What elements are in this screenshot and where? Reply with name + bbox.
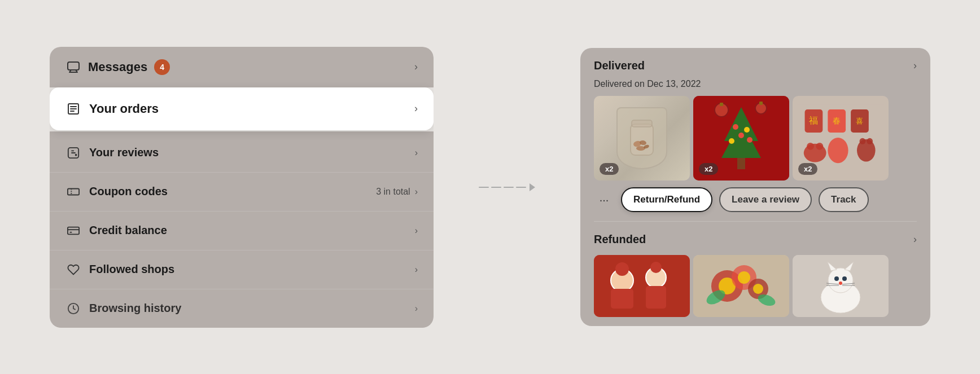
credit-icon	[65, 223, 81, 239]
svg-point-64	[828, 268, 853, 293]
sidebar-item-coupons[interactable]: Coupon codes 3 in total ›	[50, 173, 434, 212]
svg-point-44	[860, 138, 866, 144]
reviews-label: Your reviews	[89, 146, 159, 159]
reviews-chevron-icon: ›	[415, 148, 418, 158]
sidebar-item-followed[interactable]: Followed shops ›	[50, 250, 434, 289]
sidebar-item-history[interactable]: Browsing history ›	[50, 289, 434, 328]
messages-row-left: Messages 4	[65, 59, 170, 75]
svg-rect-7	[68, 188, 79, 195]
orders-label: Your orders	[89, 102, 159, 116]
messages-icon	[65, 59, 81, 75]
track-button[interactable]: Track	[819, 187, 868, 212]
delivered-header[interactable]: Delivered ›	[580, 48, 930, 77]
refunded-products-row	[580, 250, 930, 326]
svg-point-59	[753, 284, 763, 294]
svg-point-68	[842, 276, 847, 281]
arrow-connector	[467, 183, 546, 191]
svg-point-52	[650, 262, 662, 273]
glass-jar-qty: x2	[600, 163, 619, 175]
svg-point-43	[857, 139, 876, 162]
coupons-icon	[65, 184, 81, 200]
svg-point-23	[733, 124, 738, 130]
sidebar-item-credit[interactable]: Credit balance ›	[50, 212, 434, 250]
svg-point-41	[816, 143, 824, 150]
svg-rect-31	[759, 102, 763, 105]
svg-point-24	[744, 127, 750, 133]
refunded-product-santa	[594, 255, 690, 317]
menu-items-list: Your reviews › Coupon codes	[50, 131, 434, 328]
followed-icon	[65, 262, 81, 278]
messages-badge: 4	[154, 59, 170, 75]
product-glass-jar: x2	[594, 96, 690, 181]
leave-review-button[interactable]: Leave a review	[719, 187, 812, 212]
dash-arrow	[479, 183, 535, 191]
sidebar-item-reviews[interactable]: Your reviews ›	[50, 134, 434, 173]
coupons-count: 3 in total	[376, 187, 410, 197]
svg-text:喜: 喜	[856, 117, 863, 125]
svg-point-49	[615, 262, 629, 276]
product-decorations: 福 春 喜 x2	[793, 96, 889, 181]
products-row: x2	[580, 96, 930, 181]
orders-card[interactable]: Your orders ›	[50, 87, 434, 130]
svg-text:春: 春	[833, 116, 841, 125]
delivery-date: Delivered on Dec 13, 2022	[580, 77, 930, 96]
svg-rect-9	[68, 227, 79, 234]
product-tree: x2	[693, 96, 789, 181]
right-panel: Delivered › Delivered on Dec 13, 2022	[580, 48, 930, 326]
return-refund-button[interactable]: Return/Refund	[621, 187, 712, 212]
tree-qty: x2	[699, 163, 718, 175]
decorations-qty: x2	[798, 163, 817, 175]
orders-card-left: Your orders	[65, 101, 159, 117]
messages-label: Messages	[88, 60, 147, 74]
coupons-chevron-icon: ›	[415, 187, 418, 197]
svg-point-45	[867, 138, 873, 144]
refunded-header[interactable]: Refunded ›	[580, 222, 930, 250]
dash-4	[516, 187, 526, 188]
refunded-product-cat	[793, 255, 889, 317]
delivered-status: Delivered	[594, 59, 645, 72]
svg-point-57	[738, 271, 750, 284]
delivered-chevron-icon: ›	[913, 60, 917, 72]
refunded-product-flowers	[693, 255, 789, 317]
svg-rect-14	[632, 120, 652, 127]
glass-jar-inner	[616, 107, 667, 169]
orders-chevron-icon: ›	[414, 103, 418, 115]
messages-chevron-icon: ›	[414, 61, 418, 73]
dash-1	[479, 187, 489, 188]
reviews-icon	[65, 145, 81, 161]
dash-3	[504, 187, 514, 188]
history-icon	[65, 301, 81, 316]
svg-rect-48	[611, 289, 633, 309]
more-options-button[interactable]: ···	[594, 190, 614, 210]
svg-rect-46	[594, 255, 690, 317]
history-chevron-icon: ›	[415, 303, 418, 314]
left-panel: Messages 4 › Your orders ›	[50, 47, 434, 328]
svg-point-40	[807, 143, 814, 150]
refunded-section: Refunded ›	[580, 222, 930, 326]
svg-point-6	[76, 154, 77, 155]
followed-label: Followed shops	[89, 263, 174, 276]
refunded-status: Refunded	[594, 233, 646, 246]
svg-point-42	[828, 138, 848, 163]
svg-rect-51	[646, 286, 666, 309]
coupons-label: Coupon codes	[89, 185, 168, 198]
svg-rect-29	[720, 103, 723, 106]
svg-text:福: 福	[809, 115, 818, 125]
orders-icon	[65, 101, 81, 117]
svg-point-67	[834, 276, 839, 281]
svg-rect-22	[737, 158, 745, 169]
main-container: Messages 4 › Your orders ›	[50, 47, 930, 328]
refunded-chevron-icon: ›	[913, 234, 917, 245]
svg-point-27	[747, 137, 753, 143]
followed-chevron-icon: ›	[415, 265, 418, 275]
svg-point-25	[738, 133, 744, 138]
actions-row: ··· Return/Refund Leave a review Track	[580, 181, 930, 221]
credit-label: Credit balance	[89, 224, 167, 237]
arrow-head	[530, 183, 535, 191]
dash-2	[491, 187, 501, 188]
messages-row[interactable]: Messages 4 ›	[50, 47, 434, 87]
credit-chevron-icon: ›	[415, 226, 418, 236]
svg-point-26	[729, 138, 734, 144]
svg-point-69	[839, 281, 842, 285]
svg-rect-0	[68, 62, 79, 70]
